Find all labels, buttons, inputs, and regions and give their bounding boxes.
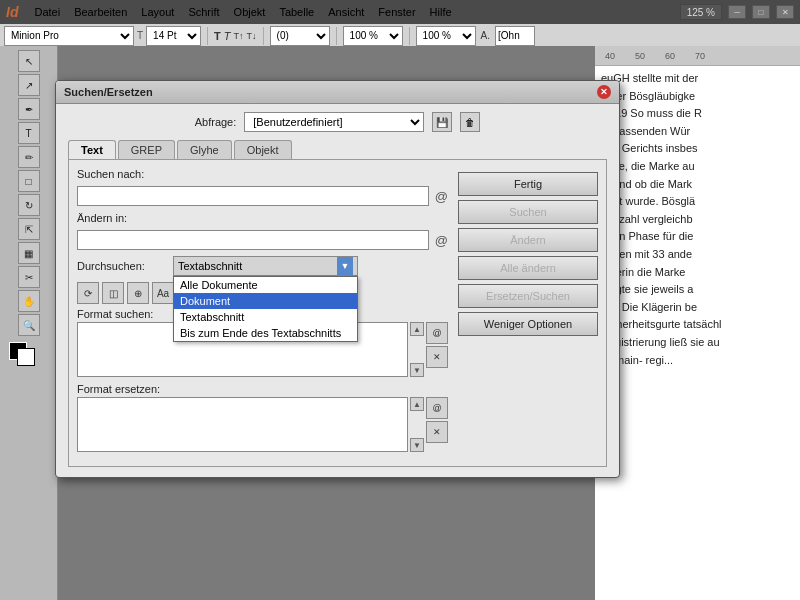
format-ersetzen-side: @ ✕ [426, 397, 448, 452]
option-textabschnitt[interactable]: Textabschnitt [174, 309, 357, 325]
abfrage-label: Abfrage: [195, 116, 237, 128]
menu-layout[interactable]: Layout [135, 5, 180, 19]
dialog-title: Suchen/Ersetzen [64, 86, 153, 98]
suchen-at-icon[interactable]: @ [435, 189, 448, 204]
tool-scale[interactable]: ⇱ [18, 218, 40, 240]
icon-btn-4[interactable]: Aa [152, 282, 174, 304]
format-suchen-side-btn1[interactable]: @ [426, 322, 448, 344]
tracking-select[interactable]: 100 % [343, 26, 403, 46]
text-T1: T [214, 30, 221, 42]
alle-andern-btn[interactable]: Alle ändern [458, 256, 598, 280]
dialog-titlebar: Suchen/Ersetzen ✕ [56, 81, 619, 104]
doc-text-area: euGH stellte mit der g der Bösgläubigke … [595, 66, 800, 600]
tool-direct-select[interactable]: ↗ [18, 74, 40, 96]
zoom-indicator: 125 % [680, 4, 722, 20]
scale-select[interactable]: 100 % [416, 26, 476, 46]
durchsuchen-dropdown: Textabschnitt ▼ Alle Dokumente Dokument … [173, 256, 358, 276]
maximize-btn[interactable]: □ [752, 5, 770, 19]
save-query-btn[interactable]: 💾 [432, 112, 452, 132]
menu-ansicht[interactable]: Ansicht [322, 5, 370, 19]
option-bis-zum-ende[interactable]: Bis zum Ende des Textabschnitts [174, 325, 357, 341]
tab-grep[interactable]: GREP [118, 140, 175, 159]
abfrage-select[interactable]: [Benutzerdefiniert] [244, 112, 424, 132]
format-ersetzen-vscroll: ▲ ▼ [410, 397, 424, 452]
durchsuchen-trigger[interactable]: Textabschnitt ▼ [173, 256, 358, 276]
find-replace-dialog: Suchen/Ersetzen ✕ Abfrage: [Benutzerdefi… [55, 80, 620, 478]
font-name-select[interactable]: Minion Pro [4, 26, 134, 46]
menu-objekt[interactable]: Objekt [228, 5, 272, 19]
app-icon: Id [6, 4, 18, 20]
format-ersetzen-section: Format ersetzen: ▲ ▼ @ ✕ [77, 383, 448, 452]
format-suchen-vscroll: ▲ ▼ [410, 322, 424, 377]
minimize-btn[interactable]: ─ [728, 5, 746, 19]
menu-hilfe[interactable]: Hilfe [424, 5, 458, 19]
tool-gradient[interactable]: ▦ [18, 242, 40, 264]
doc-content: euGH stellte mit der g der Bösgläubigke … [601, 70, 794, 369]
durchsuchen-value: Textabschnitt [178, 260, 242, 272]
andern-btn[interactable]: Ändern [458, 228, 598, 252]
dialog-close-btn[interactable]: ✕ [597, 85, 611, 99]
icon-btn-2[interactable]: ◫ [102, 282, 124, 304]
format-ersetzen-scroll-down[interactable]: ▼ [410, 438, 424, 452]
format-ersetzen-side-btn2[interactable]: ✕ [426, 421, 448, 443]
font-icon: T [137, 30, 143, 41]
dialog-body: Abfrage: [Benutzerdefiniert] 💾 🗑 Text GR… [56, 104, 619, 477]
icon-btn-3[interactable]: ⊕ [127, 282, 149, 304]
tab-text[interactable]: Text [68, 140, 116, 159]
toolbar-sep3 [336, 27, 337, 45]
tool-rotate[interactable]: ↻ [18, 194, 40, 216]
format-ersetzen-box [77, 397, 408, 452]
app-header-right: 125 % ─ □ ✕ [680, 4, 794, 20]
menu-tabelle[interactable]: Tabelle [273, 5, 320, 19]
fertig-btn[interactable]: Fertig [458, 172, 598, 196]
text-T4: T↓ [247, 31, 257, 41]
tool-rect[interactable]: □ [18, 170, 40, 192]
durchsuchen-dropdown-list: Alle Dokumente Dokument Textabschnitt Bi… [173, 276, 358, 342]
tab-glyhe[interactable]: Glyhe [177, 140, 232, 159]
tool-select[interactable]: ↖ [18, 50, 40, 72]
tool-pen[interactable]: ✒ [18, 98, 40, 120]
format-suchen-side-btn2[interactable]: ✕ [426, 346, 448, 368]
tool-scissors[interactable]: ✂ [18, 266, 40, 288]
two-col-layout: Suchen nach: @ Ändern in: @ [77, 168, 598, 458]
andern-at-icon[interactable]: @ [435, 233, 448, 248]
format-ersetzen-side-btn1[interactable]: @ [426, 397, 448, 419]
format-suchen-scroll-down[interactable]: ▼ [410, 363, 424, 377]
stroke-swatch[interactable] [17, 348, 35, 366]
baseline-input[interactable] [495, 26, 535, 46]
ersetzen-suchen-btn[interactable]: Ersetzen/Suchen [458, 284, 598, 308]
suchen-input[interactable] [77, 186, 429, 206]
toolbar-row1: Minion Pro T 14 Pt T T T↑ T↓ (0) 100 % 1… [0, 24, 800, 48]
format-ersetzen-area: ▲ ▼ @ ✕ [77, 397, 448, 452]
tool-hand[interactable]: ✋ [18, 290, 40, 312]
menu-datei[interactable]: Datei [28, 5, 66, 19]
font-size-select[interactable]: 14 Pt [146, 26, 201, 46]
option-dokument[interactable]: Dokument [174, 293, 357, 309]
kerning-select[interactable]: (0) [270, 26, 330, 46]
tab-objekt[interactable]: Objekt [234, 140, 292, 159]
menu-schrift[interactable]: Schrift [182, 5, 225, 19]
dialog-tabs: Text GREP Glyhe Objekt [68, 140, 607, 160]
window-close-btn[interactable]: ✕ [776, 5, 794, 19]
tool-pencil[interactable]: ✏ [18, 146, 40, 168]
andern-input-row: @ [77, 230, 448, 250]
menu-bearbeiten[interactable]: Bearbeiten [68, 5, 133, 19]
format-suchen-scroll-up[interactable]: ▲ [410, 322, 424, 336]
weniger-optionen-btn[interactable]: Weniger Optionen [458, 312, 598, 336]
menu-fenster[interactable]: Fenster [372, 5, 421, 19]
icon-btn-1[interactable]: ⟳ [77, 282, 99, 304]
option-alle-dokumente[interactable]: Alle Dokumente [174, 277, 357, 293]
delete-query-btn[interactable]: 🗑 [460, 112, 480, 132]
suchen-btn[interactable]: Suchen [458, 200, 598, 224]
format-suchen-side: @ ✕ [426, 322, 448, 377]
text-T2: T [224, 30, 231, 42]
andern-row: Ändern in: [77, 212, 448, 224]
tool-zoom[interactable]: 🔍 [18, 314, 40, 336]
suchen-row: Suchen nach: [77, 168, 448, 180]
durchsuchen-arrow: ▼ [337, 257, 353, 275]
andern-input[interactable] [77, 230, 429, 250]
format-ersetzen-scroll-up[interactable]: ▲ [410, 397, 424, 411]
tool-text[interactable]: T [18, 122, 40, 144]
durchsuchen-row: Durchsuchen: Textabschnitt ▼ Alle Dokume… [77, 256, 448, 276]
toolbar-sep4 [409, 27, 410, 45]
